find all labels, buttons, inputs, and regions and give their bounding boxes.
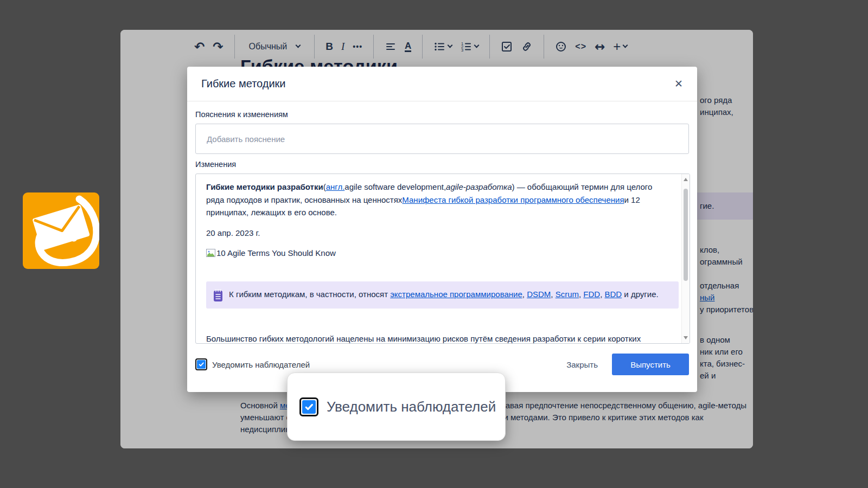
manifesto-link[interactable]: Манифеста гибкой разработки программного…	[402, 195, 624, 204]
mail-notification-icon	[23, 192, 99, 269]
checkbox-checked-icon	[197, 360, 206, 369]
xp-link[interactable]: экстремальное программирование	[390, 290, 522, 299]
preview-lead-text: Гибкие методики разработки	[206, 182, 323, 191]
explanation-label: Пояснения к изменениям	[195, 110, 689, 119]
publish-button[interactable]: Выпустить	[612, 354, 689, 375]
footer-actions: Закрыть Выпустить	[557, 354, 689, 375]
notify-watchers-label: Уведомить наблюдателей	[212, 360, 310, 369]
notepad-icon	[213, 289, 224, 302]
preview-text: ,	[551, 290, 555, 299]
broken-image-icon	[206, 249, 215, 257]
magnified-checkbox[interactable]	[299, 397, 318, 416]
notify-watchers-checkbox[interactable]: Уведомить наблюдателей	[195, 358, 310, 370]
publish-dialog: Гибкие методики ✕ Пояснения к изменениям…	[187, 67, 697, 392]
close-icon[interactable]: ✕	[674, 79, 683, 89]
preview-text: agile software development,	[344, 182, 446, 191]
dialog-header: Гибкие методики ✕	[187, 67, 697, 101]
scroll-up-icon[interactable]	[684, 178, 688, 181]
preview-text: К гибким методикам, в частности, относят	[229, 290, 390, 299]
checkbox-checked-icon	[302, 400, 316, 414]
magnified-checkbox-label: Уведомить наблюдателей	[327, 399, 496, 415]
clipped-paragraph: Большинство гибких методологий нацелены …	[206, 332, 671, 344]
changes-label: Изменения	[195, 160, 689, 169]
explanation-input[interactable]	[195, 124, 689, 154]
dsdm-link[interactable]: DSDM	[527, 290, 551, 299]
preview-italic-text: agile-разработка	[446, 182, 512, 191]
broken-image-row: 10 Agile Terms You Should Know	[206, 247, 671, 260]
preview-scrollbar[interactable]	[681, 174, 690, 343]
scrollbar-thumb[interactable]	[684, 189, 688, 281]
close-button[interactable]: Закрыть	[557, 355, 608, 375]
note-panel: К гибким методикам, в частности, относят…	[206, 281, 679, 309]
dialog-title: Гибкие методики	[201, 78, 286, 90]
checkbox-focus-ring	[195, 358, 207, 370]
scroll-down-icon[interactable]	[684, 336, 688, 339]
scrum-link[interactable]: Scrum	[556, 290, 579, 299]
preview-text: ,	[522, 290, 527, 299]
screen: ↶ ↷ Обычный B I ••• A 123	[0, 0, 868, 488]
preview-text: ,	[600, 290, 604, 299]
bdd-link[interactable]: BDD	[605, 290, 622, 299]
magnifier-popup: Уведомить наблюдателей	[287, 373, 506, 441]
preview-paragraph: Гибкие методики разработки(англ.agile so…	[206, 181, 671, 219]
preview-date: 20 апр. 2023 г.	[206, 227, 671, 240]
fdd-link[interactable]: FDD	[583, 290, 600, 299]
preview-content: Гибкие методики разработки(англ.agile so…	[196, 174, 690, 344]
image-alt-text: 10 Agile Terms You Should Know	[216, 247, 336, 260]
changes-preview: Гибкие методики разработки(англ.agile so…	[195, 174, 690, 344]
lang-link[interactable]: англ.	[326, 182, 345, 191]
preview-text: и другие.	[622, 290, 659, 299]
note-panel-text: К гибким методикам, в частности, относят…	[229, 288, 659, 302]
dialog-body: Пояснения к изменениям Изменения Гибкие …	[187, 101, 697, 344]
dialog-footer: Уведомить наблюдателей Закрыть Выпустить	[195, 354, 689, 375]
